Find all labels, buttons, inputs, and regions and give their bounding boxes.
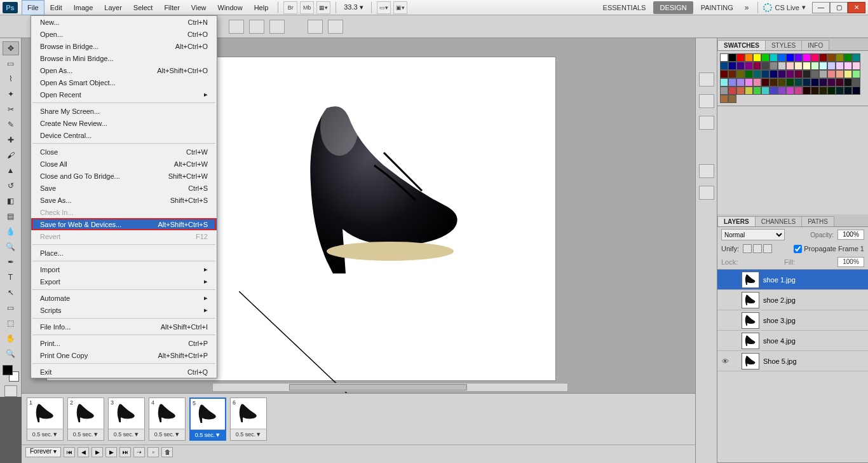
minibridge-dock-icon[interactable] bbox=[699, 73, 714, 86]
swatch[interactable] bbox=[736, 86, 745, 95]
swatch[interactable] bbox=[827, 86, 836, 95]
swatch[interactable] bbox=[794, 62, 803, 70]
workspace-design[interactable]: DESIGN bbox=[653, 1, 693, 14]
prev-frame-button[interactable]: ◀ bbox=[78, 447, 89, 457]
swatch[interactable] bbox=[786, 53, 794, 62]
swatch[interactable] bbox=[753, 86, 761, 95]
animation-frame[interactable]: 50.5 sec.▼ bbox=[189, 397, 226, 441]
swatch[interactable] bbox=[761, 70, 770, 78]
tab-info[interactable]: INFO bbox=[801, 40, 829, 50]
menu-item[interactable]: Import▸ bbox=[31, 263, 217, 275]
swatch[interactable] bbox=[786, 70, 794, 78]
layer-row[interactable]: 👁Shoe 5.jpg bbox=[717, 351, 868, 371]
swatch[interactable] bbox=[753, 70, 761, 78]
tween-button[interactable]: ⇢ bbox=[133, 447, 145, 457]
swatch[interactable] bbox=[819, 53, 827, 62]
history-brush-tool[interactable]: ↺ bbox=[3, 179, 19, 193]
propagate-checkbox[interactable]: Propagate Frame 1 bbox=[794, 245, 864, 253]
swatch[interactable] bbox=[778, 53, 786, 62]
frame-duration[interactable]: 0.5 sec.▼ bbox=[191, 429, 225, 439]
animation-frame[interactable]: 10.5 sec.▼ bbox=[27, 397, 64, 441]
quickmask-button[interactable] bbox=[4, 385, 17, 397]
swatch[interactable] bbox=[778, 62, 786, 70]
color-swatches[interactable] bbox=[3, 365, 19, 382]
swatch[interactable] bbox=[803, 86, 811, 95]
swatch[interactable] bbox=[811, 86, 819, 95]
swatch[interactable] bbox=[819, 78, 827, 86]
menu-item[interactable]: Browse in Bridge...Alt+Ctrl+O bbox=[31, 40, 217, 52]
frame-duration[interactable]: 0.5 sec.▼ bbox=[27, 429, 63, 439]
heal-tool[interactable]: ✚ bbox=[3, 133, 19, 147]
opt-icon[interactable] bbox=[269, 20, 285, 34]
menu-select[interactable]: Select bbox=[128, 0, 159, 15]
swatch[interactable] bbox=[844, 70, 852, 78]
blur-tool[interactable]: 💧 bbox=[3, 225, 19, 238]
swatch[interactable] bbox=[836, 78, 844, 86]
swatch[interactable] bbox=[728, 95, 736, 103]
swatch[interactable] bbox=[720, 62, 728, 70]
swatch[interactable] bbox=[803, 62, 811, 70]
swatch[interactable] bbox=[728, 86, 736, 95]
swatch[interactable] bbox=[736, 53, 745, 62]
eraser-tool[interactable]: ◧ bbox=[3, 194, 19, 208]
swatch[interactable] bbox=[827, 78, 836, 86]
swatch[interactable] bbox=[770, 78, 778, 86]
menu-item[interactable]: Place... bbox=[31, 247, 217, 259]
menu-item[interactable]: Create New Review... bbox=[31, 117, 217, 129]
tab-paths[interactable]: PATHS bbox=[801, 216, 834, 226]
swatch[interactable] bbox=[819, 70, 827, 78]
swatch[interactable] bbox=[720, 86, 728, 95]
menu-item[interactable]: Automate▸ bbox=[31, 292, 217, 304]
new-frame-button[interactable]: ▫ bbox=[147, 447, 159, 457]
swatch[interactable] bbox=[811, 53, 819, 62]
swatch[interactable] bbox=[786, 86, 794, 95]
swatch[interactable] bbox=[794, 78, 803, 86]
menu-item[interactable]: Print...Ctrl+P bbox=[31, 337, 217, 349]
swatch[interactable] bbox=[753, 78, 761, 86]
adjustments-dock-icon[interactable] bbox=[699, 164, 714, 178]
menu-item[interactable]: Device Central... bbox=[31, 129, 217, 141]
opt-icon[interactable] bbox=[229, 20, 244, 34]
swatch[interactable] bbox=[844, 78, 852, 86]
brush-tool[interactable]: 🖌 bbox=[3, 148, 19, 162]
swatch[interactable] bbox=[728, 62, 736, 70]
swatch[interactable] bbox=[778, 70, 786, 78]
view-extras-icon[interactable]: ▦▾ bbox=[316, 1, 330, 14]
menu-item[interactable]: CloseCtrl+W bbox=[31, 146, 217, 158]
menu-item[interactable]: Open As...Alt+Shift+Ctrl+O bbox=[31, 64, 217, 76]
swatch[interactable] bbox=[819, 62, 827, 70]
zoom-level[interactable]: 33.3 ▾ bbox=[344, 3, 363, 11]
swatch[interactable] bbox=[811, 70, 819, 78]
loop-select[interactable]: Forever ▾ bbox=[25, 447, 61, 457]
bridge-icon[interactable]: Br bbox=[283, 1, 297, 14]
fill-field[interactable]: 100% bbox=[837, 257, 864, 267]
swatch[interactable] bbox=[844, 53, 852, 62]
menu-item[interactable]: Print One CopyAlt+Shift+Ctrl+P bbox=[31, 349, 217, 361]
delete-frame-button[interactable]: 🗑 bbox=[161, 447, 173, 457]
crop-tool[interactable]: ✂ bbox=[3, 102, 19, 116]
tab-layers[interactable]: LAYERS bbox=[717, 216, 756, 226]
swatch[interactable] bbox=[770, 70, 778, 78]
swatch[interactable] bbox=[745, 70, 753, 78]
swatch[interactable] bbox=[836, 70, 844, 78]
swatch[interactable] bbox=[794, 70, 803, 78]
actions-dock-icon[interactable] bbox=[699, 116, 714, 130]
opt-icon[interactable] bbox=[249, 20, 264, 34]
swatch[interactable] bbox=[745, 78, 753, 86]
swatch[interactable] bbox=[819, 86, 827, 95]
menu-item[interactable]: New...Ctrl+N bbox=[31, 16, 217, 28]
animation-frame[interactable]: 30.5 sec.▼ bbox=[108, 397, 145, 441]
menu-item[interactable]: SaveCtrl+S bbox=[31, 182, 217, 194]
swatch[interactable] bbox=[811, 62, 819, 70]
layer-row[interactable]: shoe 2.jpg bbox=[717, 290, 868, 310]
horizontal-scrollbar[interactable] bbox=[212, 383, 568, 392]
swatch[interactable] bbox=[827, 70, 836, 78]
arrange-icon[interactable]: ▭▾ bbox=[377, 1, 391, 14]
swatch[interactable] bbox=[745, 62, 753, 70]
swatch[interactable] bbox=[770, 62, 778, 70]
minimize-button[interactable]: — bbox=[812, 2, 830, 13]
swatch[interactable] bbox=[778, 86, 786, 95]
masks-dock-icon[interactable] bbox=[699, 186, 714, 200]
swatch[interactable] bbox=[728, 53, 736, 62]
layer-row[interactable]: shoe 4.jpg bbox=[717, 331, 868, 351]
